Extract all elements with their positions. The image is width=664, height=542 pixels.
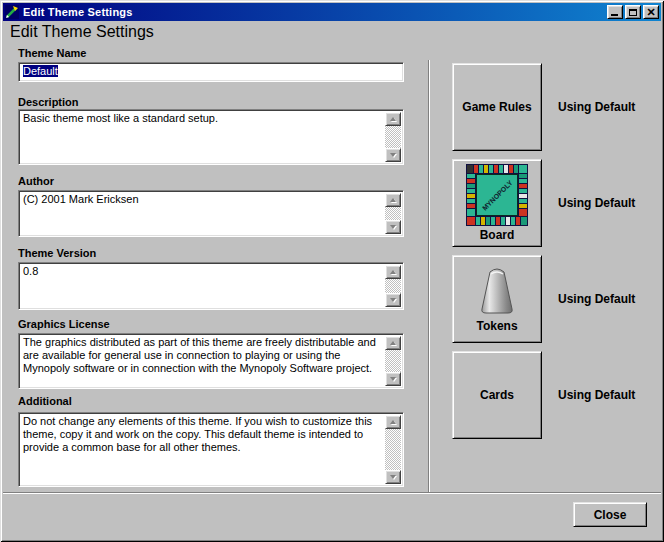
graphics-license-textarea[interactable]: The graphics distributed as part of this… — [18, 333, 404, 389]
tokens-status: Using Default — [558, 255, 658, 343]
cards-button-label: Cards — [480, 388, 514, 402]
author-textarea[interactable]: (C) 2001 Mark Ericksen — [18, 190, 404, 237]
edit-theme-settings-window: Edit Theme Settings ✕ Edit Theme Setting… — [0, 0, 664, 542]
scroll-down-icon[interactable] — [385, 293, 401, 307]
scroll-track[interactable] — [385, 279, 401, 293]
board-thumbnail-icon: MYNOPOLY — [466, 164, 528, 226]
graphics-license-label: Graphics License — [18, 318, 110, 330]
scroll-up-icon[interactable] — [385, 193, 401, 207]
close-window-button[interactable]: ✕ — [643, 5, 659, 19]
theme-version-label: Theme Version — [18, 247, 96, 259]
scroll-down-icon[interactable] — [385, 220, 401, 234]
cards-status: Using Default — [558, 351, 658, 439]
scroll-up-icon[interactable] — [385, 112, 401, 126]
scroll-track[interactable] — [385, 429, 401, 470]
vertical-divider — [428, 60, 430, 492]
scroll-track[interactable] — [385, 126, 401, 148]
scroll-down-icon[interactable] — [385, 470, 401, 484]
minimize-icon — [611, 14, 618, 16]
tokens-button[interactable]: Tokens — [452, 255, 542, 343]
description-scrollbar[interactable] — [385, 112, 401, 162]
close-button[interactable]: Close — [573, 502, 647, 527]
theme-name-input[interactable]: Default — [18, 62, 404, 82]
author-value: (C) 2001 Mark Ericksen — [23, 193, 381, 206]
theme-version-value: 0.8 — [23, 265, 381, 278]
window-title: Edit Theme Settings — [23, 6, 133, 18]
horizontal-divider — [3, 492, 661, 494]
additional-scrollbar[interactable] — [385, 415, 401, 484]
game-rules-button[interactable]: Game Rules — [452, 63, 542, 151]
theme-name-value: Default — [23, 65, 58, 77]
scroll-up-icon[interactable] — [385, 415, 401, 429]
maximize-button[interactable] — [625, 5, 641, 19]
description-label: Description — [18, 96, 79, 108]
minimize-button[interactable] — [607, 5, 623, 19]
scroll-up-icon[interactable] — [385, 265, 401, 279]
graphics-license-scrollbar[interactable] — [385, 336, 401, 386]
tokens-button-label: Tokens — [476, 319, 517, 333]
board-button-label: Board — [480, 228, 515, 242]
app-icon[interactable] — [5, 5, 19, 19]
theme-name-label: Theme Name — [18, 47, 86, 59]
scroll-down-icon[interactable] — [385, 372, 401, 386]
thimble-token-icon — [475, 265, 519, 317]
scroll-track[interactable] — [385, 207, 401, 220]
page-title: Edit Theme Settings — [10, 23, 154, 41]
description-value: Basic theme most like a standard setup. — [23, 112, 381, 125]
scroll-track[interactable] — [385, 350, 401, 372]
game-rules-status: Using Default — [558, 63, 658, 151]
theme-version-scrollbar[interactable] — [385, 265, 401, 307]
board-button[interactable]: MYNOPOLY Board — [452, 159, 542, 247]
author-label: Author — [18, 175, 54, 187]
titlebar[interactable]: Edit Theme Settings ✕ — [3, 3, 661, 21]
additional-value: Do not change any elements of this theme… — [23, 415, 381, 454]
additional-label: Additional — [18, 395, 72, 407]
cards-button[interactable]: Cards — [452, 351, 542, 439]
additional-textarea[interactable]: Do not change any elements of this theme… — [18, 412, 404, 487]
graphics-license-value: The graphics distributed as part of this… — [23, 336, 381, 375]
theme-version-textarea[interactable]: 0.8 — [18, 262, 404, 310]
scroll-down-icon[interactable] — [385, 148, 401, 162]
close-icon: ✕ — [646, 7, 655, 17]
maximize-icon — [629, 9, 637, 16]
description-textarea[interactable]: Basic theme most like a standard setup. — [18, 109, 404, 165]
scroll-up-icon[interactable] — [385, 336, 401, 350]
author-scrollbar[interactable] — [385, 193, 401, 234]
game-rules-button-label: Game Rules — [462, 100, 531, 114]
board-status: Using Default — [558, 159, 658, 247]
